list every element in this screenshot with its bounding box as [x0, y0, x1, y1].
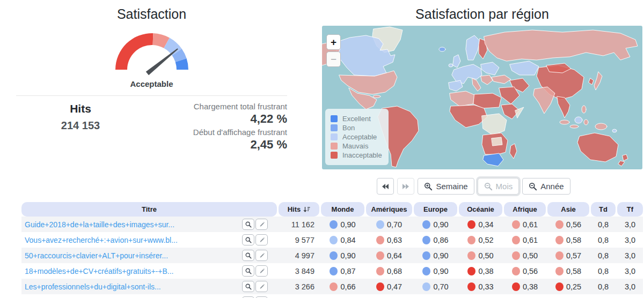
score-cell: 0,61: [504, 217, 546, 232]
row-title-link[interactable]: Vous+avez+recherché+:+avion+sur+www.bl..…: [21, 236, 242, 244]
pencil-icon: [259, 268, 265, 274]
score-dot: [512, 251, 520, 260]
sort-descending-icon[interactable]: [303, 206, 310, 213]
legend-swatch-acceptable: [331, 133, 338, 140]
score-cell: 0,66: [321, 279, 364, 294]
row-edit-button[interactable]: [255, 250, 268, 261]
score-value: 0,50: [523, 251, 538, 260]
row-actions: [242, 265, 277, 277]
legend-swatch-mauvais: [331, 143, 338, 150]
row-search-button[interactable]: [242, 219, 254, 230]
header-asie[interactable]: Asie: [547, 202, 589, 217]
row-edit-button[interactable]: [255, 234, 268, 245]
zoom-week-label: Semaine: [436, 182, 467, 191]
score-dot: [467, 282, 475, 291]
hits-label: Hits: [16, 101, 145, 116]
header-monde[interactable]: Monde: [321, 202, 364, 217]
row-title-link[interactable]: 18+modèles+de+CV+créatifs+gratuits+-+B..…: [21, 267, 242, 275]
score-value: 0,61: [523, 236, 538, 244]
magnifier-icon: [245, 268, 252, 274]
region-ireland: [449, 64, 453, 67]
map-legend: Excellent Bon Acceptable Mauvais Inaccep…: [325, 109, 389, 165]
row-edit-button[interactable]: [255, 265, 268, 277]
score-value: 0,63: [387, 236, 402, 244]
score-value: 0,70: [433, 282, 448, 291]
score-value: 0,47: [387, 282, 402, 291]
zoom-week-button[interactable]: Semaine: [418, 178, 474, 195]
row-search-button[interactable]: [242, 234, 254, 245]
satisfaction-gauge: [16, 29, 287, 77]
row-actions: [242, 219, 277, 230]
pencil-icon: [259, 237, 265, 243]
score-value: 0,38: [523, 282, 538, 291]
score-value: 0,90: [433, 220, 448, 229]
header-tf[interactable]: Tf: [617, 202, 643, 217]
region-png: [595, 123, 607, 130]
header-afrique[interactable]: Afrique: [504, 202, 546, 217]
score-value: 0,90: [340, 251, 355, 260]
score-value: 0,61: [523, 220, 538, 229]
header-oceanie[interactable]: Océanie: [459, 202, 502, 217]
row-search-button[interactable]: [242, 250, 254, 261]
zoom-month-button[interactable]: Mois: [478, 178, 519, 195]
score-dot: [376, 220, 384, 229]
world-map[interactable]: + − Excellent Bon Acceptable Ma: [322, 26, 642, 169]
score-dot: [512, 220, 520, 229]
row-hits: 4 997: [279, 248, 319, 263]
table-row: 50+raccourcis+clavier+ALT+pour+insérer..…: [21, 248, 643, 263]
header-europe[interactable]: Europe: [414, 202, 457, 217]
row-tf: 3,0: [617, 279, 643, 294]
row-tf: 3,0: [617, 217, 643, 232]
legend-label: Acceptable: [342, 133, 377, 141]
title-cell: 50+raccourcis+clavier+ALT+pour+insérer..…: [21, 248, 277, 263]
zoom-year-button[interactable]: Année: [522, 178, 570, 195]
row-edit-button[interactable]: [255, 281, 268, 292]
row-search-button[interactable]: [242, 281, 254, 292]
row-title-link[interactable]: Les+professionnels+du+digital+sont-ils..…: [21, 282, 242, 291]
score-dot: [376, 251, 384, 260]
region-zambia: [492, 137, 502, 146]
row-search-button[interactable]: [242, 265, 254, 277]
map-zoom-in-button[interactable]: +: [326, 34, 341, 50]
magnifier-icon: [245, 252, 252, 259]
header-td[interactable]: Td: [591, 202, 616, 217]
score-dot: [376, 236, 384, 244]
row-title-link[interactable]: 50+raccourcis+clavier+ALT+pour+insérer..…: [21, 251, 242, 260]
header-hits[interactable]: Hits: [279, 202, 319, 217]
region-java: [570, 125, 579, 128]
frustration-kpis: Chargement total frustrant 4,22 % Début …: [145, 101, 287, 153]
satisfaction-panel: Satisfaction Acceptable Hits 214 153 Cha…: [16, 0, 287, 153]
table-row: Vous+avez+recherché+:+avion+sur+www.bl..…: [21, 232, 643, 248]
zoom-out-magnifier-icon: [484, 182, 493, 191]
score-cell: 0,86: [414, 232, 457, 248]
legend-swatch-excellent: [331, 115, 338, 122]
score-dot: [330, 282, 338, 291]
map-zoom-out-button[interactable]: −: [326, 51, 341, 67]
region-sulawesi: [584, 120, 588, 125]
row-actions: [242, 281, 277, 292]
legend-item-mauvais: Mauvais: [331, 142, 382, 150]
score-value: 0,87: [340, 267, 355, 275]
legend-item-excellent: Excellent: [331, 115, 382, 123]
table-header: Titre Hits Monde Amériques Europe Océani…: [21, 202, 643, 217]
score-dot: [330, 220, 338, 229]
row-tf: 3,0: [617, 263, 643, 279]
score-value: 0,58: [566, 267, 581, 275]
analytics-dashboard: Satisfaction Acceptable Hits 214 153 Cha…: [0, 0, 644, 298]
row-title-link[interactable]: Guide+2018+de+la+taille+des+images+sur..…: [21, 220, 242, 229]
region-iceland: [439, 47, 445, 51]
row-edit-button[interactable]: [255, 219, 268, 230]
fast-forward-button[interactable]: [397, 178, 414, 195]
score-cell: 0,33: [459, 279, 502, 294]
score-dot: [330, 251, 338, 260]
gauge-segment-inacceptable: [115, 33, 153, 70]
zoom-out-magnifier-icon: [529, 182, 537, 191]
score-value: 0,90: [433, 267, 448, 275]
score-dot: [422, 251, 430, 260]
header-titre[interactable]: Titre: [21, 202, 277, 217]
panel-divider: [16, 95, 287, 96]
legend-item-bon: Bon: [331, 124, 382, 132]
rewind-button[interactable]: [377, 178, 394, 195]
header-ameriques[interactable]: Amériques: [366, 202, 412, 217]
map-title: Satisfaction par région: [322, 5, 642, 23]
